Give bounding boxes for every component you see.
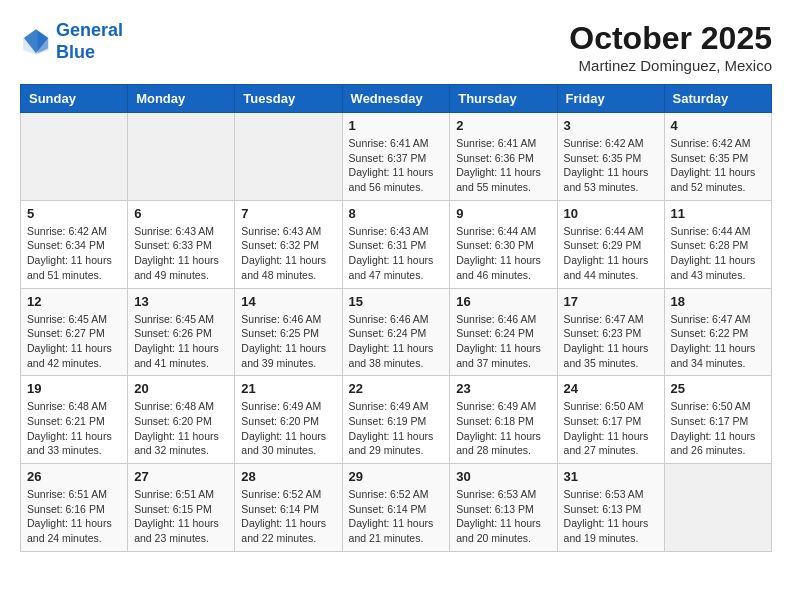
title-block: October 2025 Martinez Dominguez, Mexico <box>569 20 772 74</box>
calendar-week-row: 12Sunrise: 6:45 AMSunset: 6:27 PMDayligh… <box>21 288 772 376</box>
calendar-week-row: 19Sunrise: 6:48 AMSunset: 6:21 PMDayligh… <box>21 376 772 464</box>
day-info: Sunrise: 6:46 AMSunset: 6:25 PMDaylight:… <box>241 312 335 371</box>
calendar-cell: 27Sunrise: 6:51 AMSunset: 6:15 PMDayligh… <box>128 464 235 552</box>
calendar-cell: 22Sunrise: 6:49 AMSunset: 6:19 PMDayligh… <box>342 376 450 464</box>
logo-text: General Blue <box>56 20 123 63</box>
day-header: Sunday <box>21 85 128 113</box>
calendar-cell: 21Sunrise: 6:49 AMSunset: 6:20 PMDayligh… <box>235 376 342 464</box>
day-number: 19 <box>27 381 121 396</box>
day-info: Sunrise: 6:50 AMSunset: 6:17 PMDaylight:… <box>671 399 765 458</box>
day-info: Sunrise: 6:46 AMSunset: 6:24 PMDaylight:… <box>349 312 444 371</box>
calendar-cell: 30Sunrise: 6:53 AMSunset: 6:13 PMDayligh… <box>450 464 557 552</box>
day-number: 13 <box>134 294 228 309</box>
calendar-cell: 9Sunrise: 6:44 AMSunset: 6:30 PMDaylight… <box>450 200 557 288</box>
logo: General Blue <box>20 20 123 63</box>
day-info: Sunrise: 6:45 AMSunset: 6:26 PMDaylight:… <box>134 312 228 371</box>
calendar-cell: 11Sunrise: 6:44 AMSunset: 6:28 PMDayligh… <box>664 200 771 288</box>
day-info: Sunrise: 6:49 AMSunset: 6:19 PMDaylight:… <box>349 399 444 458</box>
calendar-week-row: 5Sunrise: 6:42 AMSunset: 6:34 PMDaylight… <box>21 200 772 288</box>
day-info: Sunrise: 6:51 AMSunset: 6:15 PMDaylight:… <box>134 487 228 546</box>
calendar-cell: 18Sunrise: 6:47 AMSunset: 6:22 PMDayligh… <box>664 288 771 376</box>
calendar-cell: 2Sunrise: 6:41 AMSunset: 6:36 PMDaylight… <box>450 113 557 201</box>
day-info: Sunrise: 6:43 AMSunset: 6:32 PMDaylight:… <box>241 224 335 283</box>
calendar-cell: 13Sunrise: 6:45 AMSunset: 6:26 PMDayligh… <box>128 288 235 376</box>
day-number: 7 <box>241 206 335 221</box>
calendar-week-row: 1Sunrise: 6:41 AMSunset: 6:37 PMDaylight… <box>21 113 772 201</box>
calendar-cell: 4Sunrise: 6:42 AMSunset: 6:35 PMDaylight… <box>664 113 771 201</box>
day-number: 9 <box>456 206 550 221</box>
day-info: Sunrise: 6:47 AMSunset: 6:22 PMDaylight:… <box>671 312 765 371</box>
calendar-cell: 29Sunrise: 6:52 AMSunset: 6:14 PMDayligh… <box>342 464 450 552</box>
day-number: 2 <box>456 118 550 133</box>
calendar-cell <box>664 464 771 552</box>
day-info: Sunrise: 6:47 AMSunset: 6:23 PMDaylight:… <box>564 312 658 371</box>
calendar-cell: 15Sunrise: 6:46 AMSunset: 6:24 PMDayligh… <box>342 288 450 376</box>
calendar-cell: 25Sunrise: 6:50 AMSunset: 6:17 PMDayligh… <box>664 376 771 464</box>
day-info: Sunrise: 6:43 AMSunset: 6:31 PMDaylight:… <box>349 224 444 283</box>
calendar-cell: 17Sunrise: 6:47 AMSunset: 6:23 PMDayligh… <box>557 288 664 376</box>
calendar-table: SundayMondayTuesdayWednesdayThursdayFrid… <box>20 84 772 552</box>
page-header: General Blue October 2025 Martinez Domin… <box>20 20 772 74</box>
day-number: 17 <box>564 294 658 309</box>
day-number: 11 <box>671 206 765 221</box>
day-number: 21 <box>241 381 335 396</box>
day-info: Sunrise: 6:53 AMSunset: 6:13 PMDaylight:… <box>564 487 658 546</box>
day-number: 23 <box>456 381 550 396</box>
day-number: 18 <box>671 294 765 309</box>
calendar-cell: 24Sunrise: 6:50 AMSunset: 6:17 PMDayligh… <box>557 376 664 464</box>
day-number: 10 <box>564 206 658 221</box>
day-number: 26 <box>27 469 121 484</box>
day-header: Tuesday <box>235 85 342 113</box>
day-number: 29 <box>349 469 444 484</box>
day-header: Friday <box>557 85 664 113</box>
day-number: 25 <box>671 381 765 396</box>
calendar-cell: 10Sunrise: 6:44 AMSunset: 6:29 PMDayligh… <box>557 200 664 288</box>
day-info: Sunrise: 6:41 AMSunset: 6:37 PMDaylight:… <box>349 136 444 195</box>
calendar-cell: 20Sunrise: 6:48 AMSunset: 6:20 PMDayligh… <box>128 376 235 464</box>
day-info: Sunrise: 6:45 AMSunset: 6:27 PMDaylight:… <box>27 312 121 371</box>
day-info: Sunrise: 6:51 AMSunset: 6:16 PMDaylight:… <box>27 487 121 546</box>
day-number: 8 <box>349 206 444 221</box>
day-info: Sunrise: 6:42 AMSunset: 6:35 PMDaylight:… <box>564 136 658 195</box>
day-info: Sunrise: 6:53 AMSunset: 6:13 PMDaylight:… <box>456 487 550 546</box>
day-info: Sunrise: 6:48 AMSunset: 6:20 PMDaylight:… <box>134 399 228 458</box>
day-number: 6 <box>134 206 228 221</box>
day-info: Sunrise: 6:43 AMSunset: 6:33 PMDaylight:… <box>134 224 228 283</box>
calendar-cell <box>235 113 342 201</box>
calendar-cell: 6Sunrise: 6:43 AMSunset: 6:33 PMDaylight… <box>128 200 235 288</box>
calendar-cell <box>128 113 235 201</box>
calendar-cell: 31Sunrise: 6:53 AMSunset: 6:13 PMDayligh… <box>557 464 664 552</box>
day-number: 16 <box>456 294 550 309</box>
day-number: 27 <box>134 469 228 484</box>
calendar-cell: 19Sunrise: 6:48 AMSunset: 6:21 PMDayligh… <box>21 376 128 464</box>
day-number: 24 <box>564 381 658 396</box>
day-header: Wednesday <box>342 85 450 113</box>
calendar-week-row: 26Sunrise: 6:51 AMSunset: 6:16 PMDayligh… <box>21 464 772 552</box>
month-title: October 2025 <box>569 20 772 57</box>
day-info: Sunrise: 6:48 AMSunset: 6:21 PMDaylight:… <box>27 399 121 458</box>
day-number: 4 <box>671 118 765 133</box>
day-info: Sunrise: 6:41 AMSunset: 6:36 PMDaylight:… <box>456 136 550 195</box>
day-info: Sunrise: 6:49 AMSunset: 6:20 PMDaylight:… <box>241 399 335 458</box>
location: Martinez Dominguez, Mexico <box>569 57 772 74</box>
day-info: Sunrise: 6:50 AMSunset: 6:17 PMDaylight:… <box>564 399 658 458</box>
day-info: Sunrise: 6:49 AMSunset: 6:18 PMDaylight:… <box>456 399 550 458</box>
calendar-header-row: SundayMondayTuesdayWednesdayThursdayFrid… <box>21 85 772 113</box>
calendar-cell: 12Sunrise: 6:45 AMSunset: 6:27 PMDayligh… <box>21 288 128 376</box>
calendar-cell: 7Sunrise: 6:43 AMSunset: 6:32 PMDaylight… <box>235 200 342 288</box>
calendar-cell: 8Sunrise: 6:43 AMSunset: 6:31 PMDaylight… <box>342 200 450 288</box>
calendar-cell: 26Sunrise: 6:51 AMSunset: 6:16 PMDayligh… <box>21 464 128 552</box>
day-info: Sunrise: 6:44 AMSunset: 6:29 PMDaylight:… <box>564 224 658 283</box>
day-number: 12 <box>27 294 121 309</box>
calendar-cell: 16Sunrise: 6:46 AMSunset: 6:24 PMDayligh… <box>450 288 557 376</box>
day-number: 15 <box>349 294 444 309</box>
day-number: 5 <box>27 206 121 221</box>
calendar-cell: 5Sunrise: 6:42 AMSunset: 6:34 PMDaylight… <box>21 200 128 288</box>
logo-icon <box>20 26 52 58</box>
calendar-cell: 3Sunrise: 6:42 AMSunset: 6:35 PMDaylight… <box>557 113 664 201</box>
day-number: 22 <box>349 381 444 396</box>
day-info: Sunrise: 6:52 AMSunset: 6:14 PMDaylight:… <box>349 487 444 546</box>
day-number: 28 <box>241 469 335 484</box>
day-info: Sunrise: 6:52 AMSunset: 6:14 PMDaylight:… <box>241 487 335 546</box>
day-number: 1 <box>349 118 444 133</box>
